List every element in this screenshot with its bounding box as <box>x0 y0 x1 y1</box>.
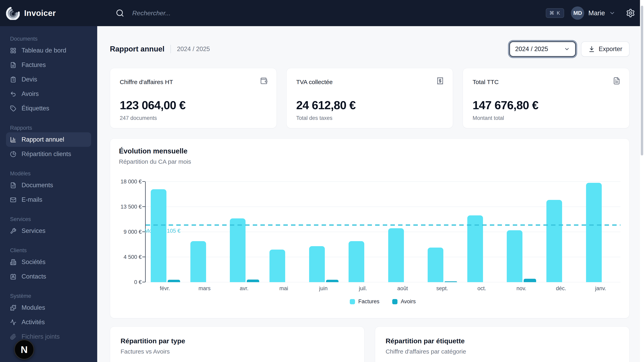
dev-badge-letter: N <box>21 344 28 355</box>
stat-title: Chiffre d'affaires HT <box>120 79 267 85</box>
y-axis-label: 0 € <box>116 279 142 285</box>
avoirs-bar <box>247 280 259 282</box>
sidebar-item-label: Répartition clients <box>22 150 71 158</box>
month-slot-janv <box>581 182 620 282</box>
factures-bar <box>546 200 562 282</box>
app-window: Invoicer ⌘ K MD Marie DocumentsTableau <box>0 0 644 362</box>
main-content: Rapport annuel 2024 / 2025 2024 / 2025 <box>97 26 644 362</box>
sidebar-item-etiquettes[interactable]: Étiquettes <box>6 101 91 116</box>
sidebar-section-services: ServicesServices <box>0 216 97 238</box>
x-axis-label: mars <box>185 285 224 292</box>
sidebar-item-societes[interactable]: Sociétés <box>6 255 91 269</box>
chevron-down-icon <box>609 10 616 16</box>
tag-icon <box>10 105 16 112</box>
avoirs-bar <box>524 279 536 282</box>
sidebar-section-label: Documents <box>0 36 97 43</box>
sidebar-item-repartition-clients[interactable]: Répartition clients <box>6 147 91 161</box>
bar-pair <box>586 183 616 282</box>
x-axis-label: oct. <box>462 285 502 292</box>
chart-legend: FacturesAvoirs <box>145 299 620 305</box>
month-slot-fevr <box>146 182 185 282</box>
sidebar-item-activites[interactable]: Activités <box>6 315 91 330</box>
y-axis-tick <box>142 206 145 207</box>
sidebar-item-avoirs[interactable]: Avoirs <box>6 87 91 101</box>
activity-icon <box>10 319 16 325</box>
brand[interactable]: Invoicer <box>0 6 97 20</box>
sidebar-item-label: Avoirs <box>22 90 39 97</box>
factures-bar <box>388 228 404 282</box>
factures-bar <box>309 246 325 282</box>
factures-bar <box>507 230 522 282</box>
bottom-row: Répartition par type Factures vs Avoirs … <box>110 327 630 362</box>
search-bar[interactable] <box>116 9 546 17</box>
sidebar-item-contacts[interactable]: Contacts <box>6 269 91 284</box>
topbar-right: ⌘ K MD Marie <box>546 6 644 20</box>
file-text-icon <box>613 77 620 85</box>
user-menu[interactable]: MD Marie <box>571 6 616 20</box>
card-subtitle: Chiffre d'affaires par catégorie <box>386 348 619 355</box>
sidebar-item-e-mails[interactable]: E-mails <box>6 192 91 207</box>
paperclip-icon <box>10 334 16 340</box>
gear-icon[interactable] <box>626 8 635 18</box>
sidebar-item-tableau-de-bord[interactable]: Tableau de bord <box>6 43 91 58</box>
stat-subtitle: Total des taxes <box>296 115 443 121</box>
month-slot-dec <box>541 182 581 282</box>
month-slot-mai <box>264 182 304 282</box>
bar-pair <box>270 250 299 282</box>
scrollbar-track[interactable] <box>640 0 644 362</box>
month-slot-nov <box>502 182 541 282</box>
sidebar-item-documents[interactable]: Documents <box>6 178 91 192</box>
header-divider <box>170 45 171 53</box>
sidebar-section-clients: ClientsSociétésContacts <box>0 247 97 284</box>
search-input[interactable] <box>132 9 314 17</box>
x-axis-label: déc. <box>541 285 581 292</box>
dev-tools-badge[interactable]: N <box>14 340 34 360</box>
brand-name: Invoicer <box>24 9 56 18</box>
sidebar-item-label: Contacts <box>22 273 46 280</box>
sidebar-section-rapports: RapportsRapport annuelRépartition client… <box>0 125 97 161</box>
legend-swatch <box>392 299 398 304</box>
month-slot-avr <box>225 182 264 282</box>
sidebar-item-label: Devis <box>22 76 37 83</box>
bar-pair <box>348 241 378 282</box>
sidebar-item-label: Modules <box>22 304 45 311</box>
clipboard-icon <box>10 76 16 83</box>
card-subtitle: Factures vs Avoirs <box>120 348 354 355</box>
undo-arrow-icon <box>10 91 16 97</box>
bar-chart-icon <box>10 137 16 143</box>
contact-card-icon <box>10 274 16 280</box>
bars-container <box>146 182 620 282</box>
download-icon <box>588 46 595 52</box>
month-slot-juil <box>344 182 383 282</box>
month-slot-mars <box>185 182 225 282</box>
scrollbar-thumb[interactable] <box>641 6 643 155</box>
year-select-value: 2024 / 2025 <box>515 45 548 53</box>
x-axis-label: août <box>383 285 422 292</box>
sidebar-section-systeme: SystèmeModulesActivitésFichiers joints <box>0 293 97 344</box>
avoirs-bar <box>326 280 338 282</box>
sidebar-item-devis[interactable]: Devis <box>6 72 91 87</box>
sidebar-item-factures[interactable]: Factures <box>6 58 91 72</box>
pie-chart-icon <box>10 151 16 157</box>
factures-bar <box>151 189 166 282</box>
x-axis-label: juin <box>304 285 343 292</box>
sidebar-section-documents: DocumentsTableau de bordFacturesDevisAvo… <box>0 36 97 116</box>
sidebar-section-label: Modèles <box>0 171 97 178</box>
y-axis-label: 13 500 € <box>116 204 142 210</box>
y-axis-label: 4 500 € <box>116 254 142 260</box>
type-distribution-card: Répartition par type Factures vs Avoirs <box>110 327 364 362</box>
year-select[interactable]: 2024 / 2025 <box>509 41 576 57</box>
x-axis-label: juil. <box>343 285 383 292</box>
sidebar-item-services[interactable]: Services <box>6 224 91 238</box>
sidebar-item-label: Rapport annuel <box>22 136 64 143</box>
x-axis-label: sept. <box>422 285 462 292</box>
sidebar-item-modules[interactable]: Modules <box>6 301 91 315</box>
factures-bar <box>428 248 443 282</box>
legend-swatch <box>350 299 355 304</box>
sidebar-item-rapport-annuel[interactable]: Rapport annuel <box>6 132 91 147</box>
export-button[interactable]: Exporter <box>581 41 630 57</box>
legend-label: Factures <box>358 299 379 305</box>
legend-label: Avoirs <box>401 299 416 305</box>
stat-card-revenue: Chiffre d'affaires HT 123 064,00 € 247 d… <box>110 68 277 128</box>
bar-pair <box>388 228 418 282</box>
